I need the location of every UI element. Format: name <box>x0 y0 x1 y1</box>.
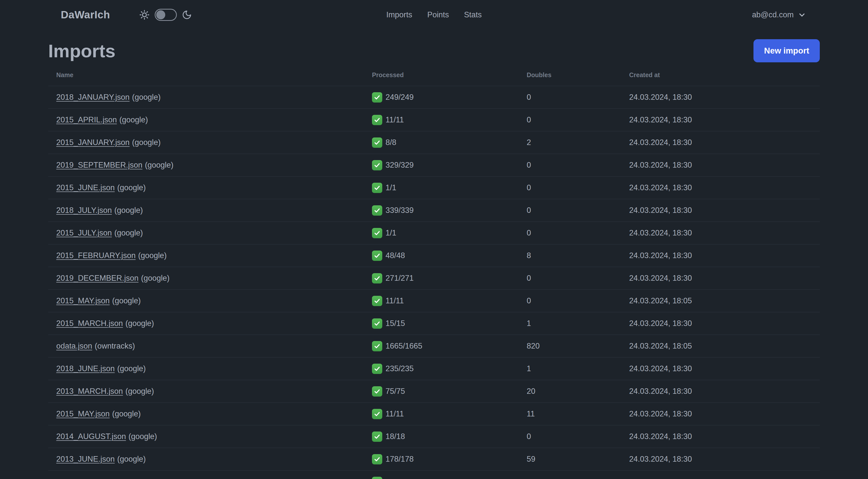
navbar-left: DaWarIch <box>61 9 192 21</box>
page-header: Imports New import <box>48 39 820 62</box>
import-file-link[interactable]: 2015_MAY.json <box>56 409 110 418</box>
success-check-icon <box>372 409 382 419</box>
doubles-count: 1 <box>527 364 531 373</box>
moon-icon <box>182 10 192 20</box>
created-at-value: 24.03.2024, 18:05 <box>629 296 692 305</box>
processed-cell: 11/11 <box>364 109 519 131</box>
processed-count: 235/235 <box>385 364 414 373</box>
doubles-count: 0 <box>527 274 531 282</box>
success-check-icon <box>372 115 382 125</box>
account-email: ab@cd.com <box>752 10 794 19</box>
nav-item-stats[interactable]: Stats <box>464 10 482 19</box>
import-file-link[interactable]: odata.json <box>56 341 92 350</box>
import-source-label: (google) <box>132 138 161 147</box>
doubles-cell: 2 <box>519 131 621 154</box>
app-logo[interactable]: DaWarIch <box>61 9 110 21</box>
name-cell: 2015_MAY.json(google) <box>48 402 364 425</box>
created-at-value: 24.03.2024, 18:30 <box>629 455 692 463</box>
import-file-link[interactable]: 2015_MAY.json <box>56 296 110 305</box>
success-check-icon <box>372 228 382 238</box>
name-cell: odata.json(owntracks) <box>48 335 364 357</box>
import-file-link[interactable]: 2018_JUNE.json <box>56 364 115 373</box>
imports-table-body: 2018_JANUARY.json(google) 249/249 0 24.0… <box>48 86 820 479</box>
processed-count: 11/11 <box>385 115 404 124</box>
import-file-link[interactable]: 2015_JULY.json <box>56 229 112 237</box>
processed-count: 339/339 <box>385 206 414 215</box>
name-cell: 2015_JULY.json(google) <box>48 222 364 244</box>
import-source-label: (google) <box>125 319 154 328</box>
import-file-link[interactable]: 2014_AUGUST.json <box>56 432 126 441</box>
doubles-count: 0 <box>527 432 531 441</box>
success-check-icon <box>372 138 382 148</box>
import-source-label: (google) <box>128 432 157 441</box>
table-row: 2015_MAY.json(google) 11/11 0 24.03.2024… <box>48 290 820 312</box>
created-at-value: 24.03.2024, 18:05 <box>629 341 692 350</box>
processed-cell: 1/1 <box>364 176 519 199</box>
created-at-value: 24.03.2024, 18:30 <box>629 364 692 373</box>
import-file-link[interactable]: 2013_MARCH.json <box>56 387 123 395</box>
created-at-value: 24.03.2024, 18:30 <box>629 251 692 260</box>
nav-item-points[interactable]: Points <box>427 10 449 19</box>
success-check-icon <box>372 341 382 351</box>
column-header-created-at: Created at <box>621 65 820 86</box>
import-source-label: (google) <box>141 274 169 282</box>
success-check-icon <box>372 319 382 329</box>
created-at-value: 24.03.2024, 18:30 <box>629 183 692 192</box>
processed-count: 11/11 <box>385 296 404 305</box>
processed-cell: 11/11 <box>364 290 519 312</box>
import-source-label: (google) <box>117 183 146 192</box>
created-at-value: 24.03.2024, 18:30 <box>629 138 692 147</box>
success-check-icon <box>372 250 382 261</box>
doubles-cell: 0 <box>519 290 621 312</box>
account-menu[interactable]: ab@cd.com <box>752 10 806 19</box>
import-file-link[interactable]: 2018_JANUARY.json <box>56 93 130 101</box>
theme-toggle-switch[interactable] <box>155 9 177 21</box>
import-file-link[interactable]: 2015_MARCH.json <box>56 319 123 328</box>
doubles-count: 1 <box>527 319 531 328</box>
name-cell: 2014_AUGUST.json(google) <box>48 425 364 448</box>
doubles-cell: 0 <box>519 154 621 176</box>
import-file-link[interactable]: 2015_FEBRUARY.json <box>56 251 135 260</box>
success-check-icon <box>372 477 382 479</box>
import-file-link[interactable]: 2019_DECEMBER.json <box>56 274 138 282</box>
doubles-cell: 0 <box>519 425 621 448</box>
import-source-label: (google) <box>117 364 146 373</box>
table-row: 2014_AUGUST.json(google) 18/18 0 24.03.2… <box>48 425 820 448</box>
doubles-cell: 0 <box>519 222 621 244</box>
success-check-icon <box>372 296 382 306</box>
processed-cell: 249/249 <box>364 86 519 109</box>
doubles-count: 0 <box>527 183 531 192</box>
table-row: 2018_JANUARY.json(google) 249/249 0 24.0… <box>48 86 820 109</box>
import-source-label: (google) <box>119 115 148 124</box>
nav-item-imports[interactable]: Imports <box>386 10 412 19</box>
import-file-link[interactable]: 2019_SEPTEMBER.json <box>56 160 143 169</box>
import-source-label: (google) <box>132 93 161 101</box>
doubles-cell: 0 <box>519 176 621 199</box>
navbar: DaWarIch Imports Point <box>0 0 868 30</box>
import-file-link[interactable]: 2013_JUNE.json <box>56 455 115 463</box>
created-at-cell: 24.03.2024, 18:30 <box>621 425 820 448</box>
processed-count: 1/1 <box>385 183 396 192</box>
processed-count: 249/249 <box>385 93 414 102</box>
doubles-count: 0 <box>527 229 531 237</box>
new-import-button[interactable]: New import <box>753 39 820 62</box>
imports-table: Name Processed Doubles Created at 2018_J… <box>48 65 820 479</box>
created-at-cell <box>621 471 820 479</box>
table-row: 2019_DECEMBER.json(google) 271/271 0 24.… <box>48 267 820 290</box>
created-at-cell: 24.03.2024, 18:30 <box>621 154 820 176</box>
created-at-cell: 24.03.2024, 18:30 <box>621 222 820 244</box>
processed-count: 329/329 <box>385 160 414 170</box>
import-file-link[interactable]: 2015_JANUARY.json <box>56 138 130 147</box>
import-file-link[interactable]: 2015_APRIL.json <box>56 115 117 124</box>
column-header-name: Name <box>48 65 364 86</box>
doubles-cell: 1 <box>519 357 621 380</box>
created-at-value: 24.03.2024, 18:30 <box>629 432 692 441</box>
table-row: 2018_JUNE.json(google) 235/235 1 24.03.2… <box>48 357 820 380</box>
processed-cell <box>364 471 519 479</box>
doubles-count: 20 <box>527 387 535 395</box>
import-source-label: (owntracks) <box>95 341 135 350</box>
created-at-value: 24.03.2024, 18:30 <box>629 160 692 169</box>
import-file-link[interactable]: 2015_JUNE.json <box>56 183 115 192</box>
processed-cell: 329/329 <box>364 154 519 176</box>
import-file-link[interactable]: 2018_JULY.json <box>56 206 112 215</box>
